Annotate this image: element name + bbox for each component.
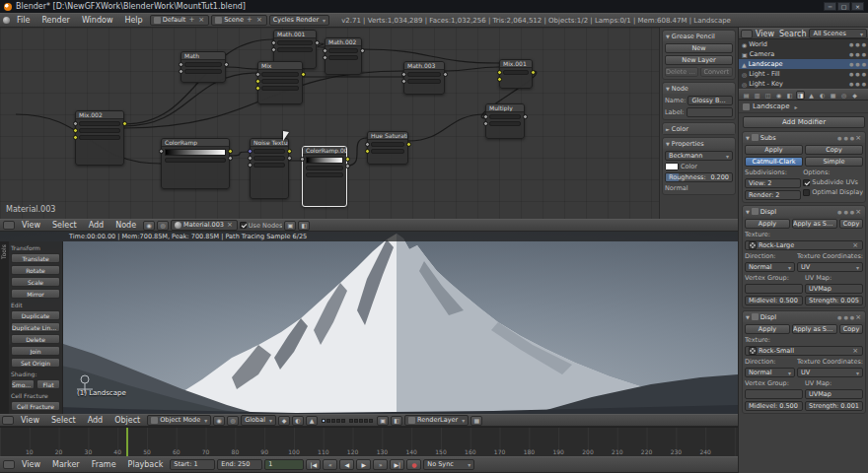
- node-socket[interactable]: [228, 149, 233, 154]
- node-field[interactable]: [253, 156, 285, 161]
- particles-tab-icon[interactable]: ◎: [839, 91, 848, 100]
- snap-magnet-icon[interactable]: ◧: [391, 416, 402, 426]
- outliner-item-world[interactable]: ◉ World ●●●: [739, 39, 868, 49]
- manipulator-rotate-icon[interactable]: ◐: [292, 416, 304, 426]
- node-socket[interactable]: [483, 121, 488, 126]
- node-field[interactable]: [489, 121, 521, 126]
- node-field[interactable]: [79, 135, 120, 140]
- end-frame-field[interactable]: End: 250: [217, 459, 262, 470]
- node-field[interactable]: [489, 114, 521, 119]
- node-socket[interactable]: [323, 55, 327, 60]
- node-field[interactable]: [184, 69, 222, 74]
- node-field[interactable]: [165, 158, 226, 163]
- world-tab-icon[interactable]: ◉: [774, 91, 783, 100]
- playhead[interactable]: [126, 428, 128, 456]
- node-field[interactable]: [306, 172, 343, 177]
- eye-toggle-icon[interactable]: ●: [843, 209, 847, 215]
- uv-map-field[interactable]: UVMap: [805, 284, 863, 294]
- node-field[interactable]: [277, 47, 313, 52]
- manipulator-scale-icon[interactable]: ▲: [306, 416, 318, 426]
- layer-dot[interactable]: [326, 419, 330, 423]
- jump-to-end-button[interactable]: ▶|: [390, 459, 404, 470]
- node-field[interactable]: [261, 86, 299, 91]
- shader-node[interactable]: Math.003: [403, 61, 445, 95]
- node-socket[interactable]: [401, 79, 406, 84]
- modifier-subsurf-header[interactable]: ▼ Subs ● ● ● ×: [743, 132, 865, 143]
- vertex-group-field[interactable]: [745, 284, 803, 294]
- render-engine-selector[interactable]: Cycles Render ▾: [269, 15, 329, 26]
- node-socket[interactable]: [483, 114, 488, 119]
- outliner-item-camera[interactable]: ▣ Camera ●●●: [739, 49, 868, 59]
- viewport-shading-icon[interactable]: ◉: [213, 416, 225, 426]
- render-toggle-icon[interactable]: ●: [837, 209, 841, 215]
- node-name-field[interactable]: Glossy BSDF: [687, 96, 733, 105]
- eye-icon[interactable]: ●: [849, 41, 853, 47]
- delete-button[interactable]: Delete: [11, 334, 60, 344]
- grease-pencil-new-button[interactable]: New: [665, 43, 733, 53]
- color-swatch[interactable]: [665, 163, 679, 170]
- timeline[interactable]: 1020304050607080901001101201301401501601…: [0, 427, 738, 456]
- outliner-menu-view[interactable]: View: [754, 30, 776, 38]
- node-properties-panel-header[interactable]: ▼ Properties: [663, 138, 735, 149]
- eye-toggle-icon[interactable]: ●: [843, 135, 847, 141]
- shader-node[interactable]: Math.002: [325, 37, 362, 75]
- viewport-editor-type-icon[interactable]: [2, 416, 14, 425]
- direction-dropdown[interactable]: Normal▾: [745, 262, 795, 272]
- layer-dot[interactable]: [341, 419, 345, 423]
- data-tab-icon[interactable]: ▲: [807, 91, 816, 100]
- copy-button[interactable]: Copy: [805, 145, 863, 155]
- current-frame-field[interactable]: 1: [264, 459, 304, 470]
- render-camera-icon[interactable]: ▦: [470, 416, 482, 426]
- node-socket[interactable]: [497, 77, 502, 82]
- grease-pencil-convert-button[interactable]: Convert: [700, 67, 734, 77]
- layer-dot[interactable]: [364, 419, 368, 423]
- cell-fracture-button[interactable]: Cell Fracture: [11, 401, 60, 411]
- shade-flat-button[interactable]: Flat: [36, 379, 60, 389]
- node-socket[interactable]: [179, 69, 183, 74]
- toolshelf-tab-tools[interactable]: Tools: [0, 241, 9, 414]
- node-socket[interactable]: [271, 47, 276, 52]
- uv-map-field[interactable]: UVMap: [805, 389, 863, 399]
- distribution-dropdown[interactable]: Beckmann▾: [665, 151, 733, 161]
- node-socket[interactable]: [122, 121, 127, 126]
- shader-node[interactable]: Hue Saturation: [367, 131, 408, 165]
- strength-field[interactable]: Strength: 0.001: [805, 401, 863, 411]
- node-socket[interactable]: [224, 62, 229, 67]
- node-field[interactable]: [306, 166, 343, 170]
- layer-dot[interactable]: [359, 419, 363, 423]
- layer-dot[interactable]: [369, 419, 373, 423]
- node-socket[interactable]: [255, 79, 260, 84]
- shader-node[interactable]: Math: [181, 51, 226, 83]
- close-scene-button[interactable]: ×: [255, 16, 263, 25]
- menu-file[interactable]: File: [12, 16, 35, 25]
- modifiers-tab-icon[interactable]: ◨: [796, 91, 805, 100]
- shader-type-world-icon[interactable]: ◎: [157, 221, 169, 231]
- node-socket[interactable]: [401, 72, 406, 77]
- lock-icon[interactable]: ▣: [377, 416, 389, 426]
- apply-button[interactable]: Apply: [745, 219, 790, 229]
- node-label-field[interactable]: [687, 107, 733, 117]
- select-icon[interactable]: ●: [855, 51, 859, 57]
- screen-layout-selector[interactable]: Default + ×: [150, 15, 210, 26]
- node-socket[interactable]: [365, 142, 370, 147]
- node-menu-view[interactable]: View: [17, 221, 45, 230]
- scene-selector[interactable]: Scene + ×: [211, 15, 267, 26]
- node-field[interactable]: [407, 72, 441, 77]
- eye-icon[interactable]: ●: [849, 61, 853, 67]
- outliner-item-light-key[interactable]: ◎ Light - Key ●●●: [739, 79, 868, 89]
- add-scene-button[interactable]: +: [246, 16, 253, 25]
- menu-render[interactable]: Render: [36, 16, 74, 25]
- object-tab-icon[interactable]: ◧: [785, 91, 794, 100]
- node-socket[interactable]: [365, 149, 370, 154]
- scale-button[interactable]: Scale: [11, 277, 60, 287]
- vp-menu-select[interactable]: Select: [46, 416, 81, 425]
- minimize-button[interactable]: ─: [824, 2, 836, 11]
- prev-keyframe-button[interactable]: «: [323, 459, 337, 470]
- add-layout-button[interactable]: +: [187, 16, 195, 25]
- shader-node[interactable]: Noise Texture: [250, 138, 289, 199]
- render-toggle-icon[interactable]: ●: [837, 314, 841, 320]
- node-menu-add[interactable]: Add: [84, 221, 109, 230]
- midlevel-field[interactable]: Midlevel: 0.500: [745, 401, 803, 411]
- direction-dropdown[interactable]: Normal▾: [745, 368, 795, 377]
- node-menu-select[interactable]: Select: [47, 221, 82, 230]
